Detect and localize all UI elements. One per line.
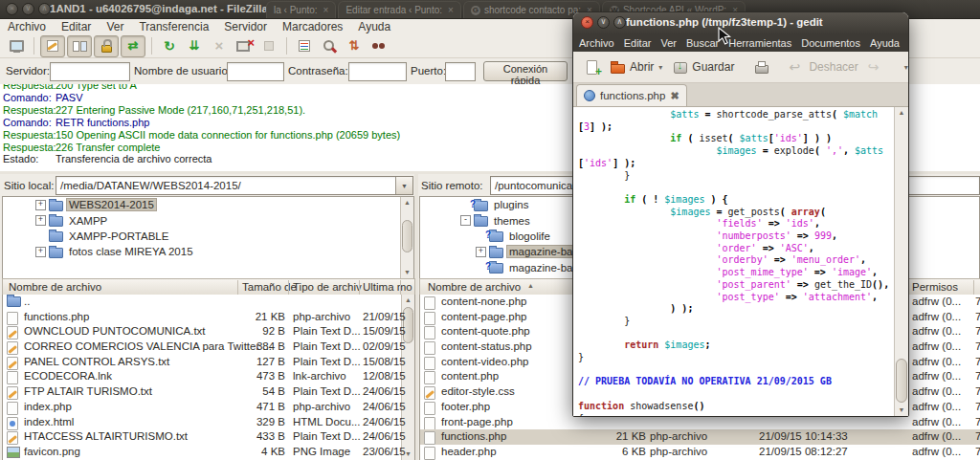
column-header-nombre-de-archivo[interactable]: Nombre de archivo [9, 281, 101, 293]
column-separator[interactable] [359, 280, 360, 295]
fz-menu-marcadores[interactable]: Marcadores [275, 20, 350, 33]
port-input[interactable] [445, 62, 476, 81]
fz-menu-transferencia[interactable]: Transferencia [131, 20, 216, 33]
column-separator[interactable] [400, 280, 401, 295]
minimize-window-icon[interactable]: ∨ [597, 16, 610, 29]
column-header-tipo-de-archiv[interactable]: Tipo de archiv [293, 281, 362, 293]
file-row-owncloud-puntocomunica-txt[interactable]: OWNCLOUD PUNTOCOMUNICA.txt92 BPlain Text… [3, 324, 414, 340]
collapse-icon[interactable]: - [460, 215, 471, 226]
close-tab-icon[interactable]: ✖ [670, 90, 679, 102]
scroll-down-icon[interactable]: ▼ [401, 267, 413, 278]
expand-icon[interactable]: + [476, 247, 486, 257]
fz-menu-ayuda[interactable]: Ayuda [350, 20, 398, 33]
column-header-nombre-de-archivo[interactable]: Nombre de archivo [428, 281, 521, 293]
file-row-index-html[interactable]: index.html329 BHTML Docu...24/06/15 [3, 415, 414, 430]
file-row-correo-comercios-valencia-para-twitter[interactable]: CORREO COMERCIOS VALENCIA para Twitter .… [3, 340, 414, 355]
file-row-ecodecora-lnk[interactable]: ECODECORA.lnk473 Blnk-archivo12/08/15 [3, 369, 414, 384]
close-tab-icon[interactable]: × [323, 5, 329, 15]
save-button[interactable]: Guardar [667, 56, 739, 77]
file-row-favicon-png[interactable]: favicon.png4 KBPNG Image23/06/15 [3, 445, 414, 460]
toggle-remote-tree-lock-button[interactable] [94, 35, 119, 57]
scrollbar-thumb[interactable] [402, 220, 412, 252]
tree-item-xampp[interactable]: +XAMPP [3, 212, 413, 228]
gedit-window-buttons[interactable]: × ∨ ∧ [581, 16, 626, 29]
username-input[interactable] [227, 62, 284, 81]
column-header-permisos[interactable]: Permisos [912, 281, 958, 293]
gedit-menu-documentos[interactable]: Documentos [797, 37, 864, 49]
toggle-queue-button[interactable] [121, 35, 145, 57]
expand-icon[interactable]: + [35, 247, 46, 257]
overflow-button[interactable]: ▾ [899, 60, 913, 75]
fz-menu-servidor[interactable]: Servidor [216, 20, 275, 33]
synchronized-browsing-button[interactable] [343, 36, 366, 56]
scroll-up-icon[interactable]: ▲ [895, 107, 908, 119]
gedit-titlebar[interactable]: × ∨ ∧ functions.php (/tmp/fz3temp-1) - g… [573, 12, 908, 33]
column-separator[interactable] [237, 280, 238, 295]
close-window-icon[interactable]: × [581, 16, 593, 29]
column-separator[interactable] [288, 280, 289, 295]
tab-functions-php[interactable]: functions.php ✖ [576, 84, 687, 106]
code-editor-content[interactable]: $atts = shortcode_parse_atts( $match[3] … [578, 109, 894, 416]
quickconnect-button[interactable]: Conexión rápida [483, 61, 568, 81]
refresh-button[interactable] [158, 36, 181, 56]
column-header-ultima-mo[interactable]: Ultima mo [363, 281, 412, 293]
fz-menu-ver[interactable]: Ver [99, 20, 131, 33]
close-tab-icon[interactable]: × [448, 5, 454, 15]
file-row-panel-control-arsys-txt[interactable]: PANEL CONTROL ARSYS.txt127 BPlain Text D… [3, 355, 414, 370]
gedit-menu-editar[interactable]: Editar [620, 37, 656, 49]
file-row-ftp-altair-turismo-txt[interactable]: FTP ALTAIR TURISMO.txt54 BPlain Text D..… [3, 384, 414, 400]
expand-icon[interactable]: + [35, 200, 46, 210]
file-row-header-php[interactable]: header.php6 KBphp-archivo21/09/15 08:12:… [420, 445, 980, 460]
tree-item-xampp-portable[interactable]: XAMPP-PORTABLE [3, 229, 413, 244]
open-button[interactable]: Abrir▾ [605, 56, 667, 77]
process-queue-button[interactable] [183, 36, 206, 56]
browser-tab-la-punto[interactable]: la ‹ Punto:× [266, 1, 336, 18]
file-row-functions-php[interactable]: functions.php21 KBphp-archivo21/09/15 [3, 310, 414, 325]
scroll-down-icon[interactable]: ▼ [895, 405, 908, 416]
toggle-local-tree-button[interactable] [67, 35, 92, 57]
reconnect-button[interactable] [257, 36, 280, 56]
gedit-menu-ver[interactable]: Ver [657, 37, 680, 49]
site-manager-button[interactable] [5, 36, 28, 56]
chevron-down-icon[interactable]: ▼ [395, 177, 412, 194]
maximize-window-icon[interactable]: ∧ [613, 16, 626, 29]
local-tree-scrollbar[interactable]: ▲ ▼ [400, 197, 413, 278]
file-row-functions-php[interactable]: functions.php21 KBphp-archivo21/09/15 10… [420, 429, 980, 445]
redo-button[interactable] [863, 56, 889, 77]
print-button[interactable] [748, 56, 774, 77]
fz-menu-editar[interactable]: Editar [54, 20, 99, 33]
gedit-menu-archivo[interactable]: Archivo [575, 37, 618, 49]
gedit-menu-buscar[interactable]: Buscar [682, 37, 723, 49]
scrollbar-thumb[interactable] [896, 359, 907, 403]
expand-icon[interactable]: + [35, 215, 46, 226]
scroll-up-icon[interactable]: ▲ [401, 197, 413, 208]
gedit-scrollbar[interactable]: ▲ ▼ [894, 107, 908, 416]
new-document-button[interactable] [579, 56, 605, 77]
browser-tab-editar-entrada-punto[interactable]: Editar entrada ‹ Punto:× [338, 1, 460, 18]
close-window-icon[interactable]: × [6, 3, 18, 15]
minimize-window-icon[interactable]: ∨ [22, 3, 34, 15]
compare-button[interactable] [318, 36, 341, 56]
toggle-message-log-button[interactable] [40, 35, 65, 57]
gedit-menu-herramientas[interactable]: Herramientas [724, 37, 795, 49]
tree-item-webs2014-2015[interactable]: +WEBS2014-2015 [3, 197, 413, 212]
search-button[interactable] [368, 36, 390, 56]
cancel-button[interactable] [208, 36, 231, 56]
fz-menu-archivo[interactable]: Archivo [0, 20, 54, 33]
local-path-combo[interactable]: /media/DATANEW/WEBS2014-2015/ ▼ [56, 176, 413, 195]
file-row-index-php[interactable]: index.php471 Bphp-archivo24/06/15 [3, 400, 414, 415]
server-input[interactable] [50, 62, 130, 81]
filezilla-window-buttons[interactable]: × ∨ ∧ [6, 3, 51, 15]
gedit-menu-ayuda[interactable]: Ayuda [866, 37, 903, 49]
column-separator[interactable] [973, 280, 974, 295]
dropdown-arrow-icon[interactable]: ▾ [658, 63, 662, 72]
tree-item-fotos-clase-mireya-2015[interactable]: +fotos clase MIREYA 2015 [3, 244, 413, 259]
undo-button[interactable]: Deshacer [784, 56, 862, 77]
filter-button[interactable] [293, 36, 316, 56]
file-row-item[interactable]: .. [3, 295, 414, 310]
file-row-htaccess-altairturismo-txt[interactable]: HTACCESS ALTAIRTURISMO.txt433 BPlain Tex… [3, 429, 414, 445]
password-input[interactable] [348, 62, 407, 81]
disconnect-button[interactable] [233, 36, 256, 56]
dropdown-arrow-icon[interactable]: ▾ [904, 63, 908, 72]
gedit-text-area[interactable]: $atts = shortcode_parse_atts( $match[3] … [573, 106, 908, 416]
